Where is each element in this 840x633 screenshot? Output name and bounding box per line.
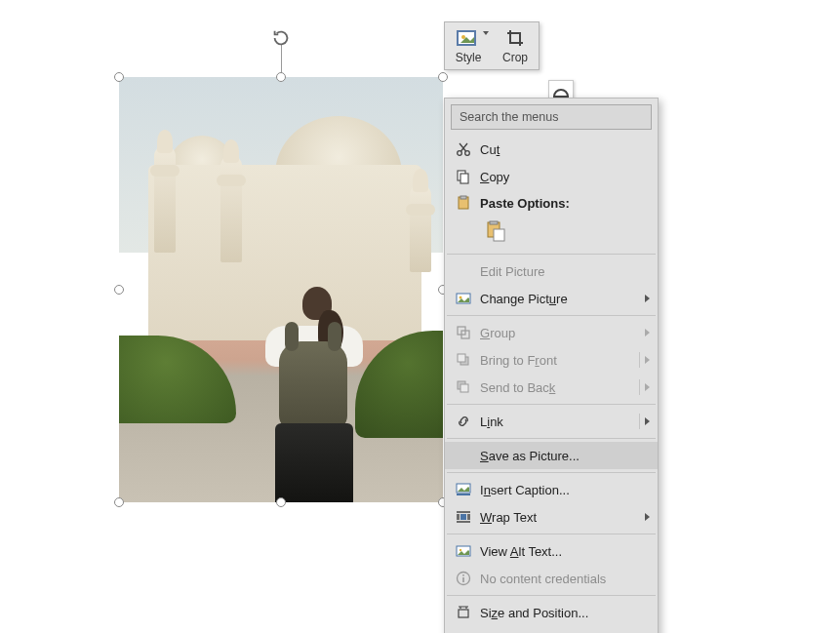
svg-rect-26	[462, 577, 464, 582]
resize-handle-bl[interactable]	[114, 497, 124, 507]
separator	[447, 595, 656, 596]
menu-group-label: Group	[474, 326, 650, 340]
svg-rect-17	[458, 354, 465, 362]
crop-label: Crop	[502, 51, 528, 64]
menu-format-picture[interactable]: Format Picture...	[445, 626, 658, 633]
svg-rect-11	[494, 229, 504, 241]
size-position-icon	[453, 605, 474, 620]
menu-link[interactable]: Link	[445, 408, 658, 435]
menu-group: Group	[445, 319, 658, 346]
resize-handle-t[interactable]	[276, 72, 286, 82]
menu-save-as-picture[interactable]: Save as Picture...	[445, 442, 658, 469]
resize-handle-b[interactable]	[276, 497, 286, 507]
menu-size-position-label: Size and Position...	[474, 606, 650, 620]
svg-point-3	[458, 151, 462, 156]
svg-rect-21	[457, 494, 470, 495]
style-label: Style	[456, 51, 482, 64]
change-picture-icon	[453, 291, 474, 306]
menu-wrap-text-label: Wrap Text	[474, 510, 650, 525]
menu-search-input[interactable]: Search the menus	[451, 104, 652, 130]
svg-rect-19	[460, 384, 468, 392]
cut-icon	[453, 141, 474, 157]
link-icon	[453, 414, 474, 429]
svg-point-1	[461, 35, 465, 39]
svg-rect-10	[490, 221, 498, 224]
menu-wrap-text[interactable]: Wrap Text	[445, 503, 658, 531]
menu-insert-caption-label: Insert Caption...	[474, 483, 650, 497]
insert-caption-icon	[453, 482, 474, 497]
submenu-arrow-icon	[645, 417, 650, 425]
menu-cut-label: Cut	[474, 142, 650, 157]
separator	[447, 404, 656, 405]
submenu-arrow-icon	[645, 356, 650, 364]
separator	[447, 315, 656, 316]
menu-save-as-picture-label: Save as Picture...	[474, 449, 650, 463]
separator	[447, 438, 656, 439]
menu-view-alt-text-label: View Alt Text...	[474, 544, 650, 559]
info-icon	[453, 571, 474, 586]
menu-insert-caption[interactable]: Insert Caption...	[445, 476, 658, 503]
bring-to-front-icon	[453, 352, 474, 368]
submenu-arrow-icon	[645, 513, 650, 521]
menu-no-credentials-label: No content credentials	[474, 572, 650, 586]
submenu-arrow-icon	[645, 383, 650, 391]
wrap-text-icon	[453, 509, 474, 525]
copy-icon	[453, 169, 474, 184]
menu-edit-picture-label: Edit Picture	[474, 264, 650, 279]
clipboard-icon	[453, 195, 474, 211]
rotate-handle[interactable]	[270, 27, 292, 49]
menu-change-picture[interactable]: Change Picture	[445, 285, 658, 312]
menu-link-label: Link	[474, 415, 650, 429]
menu-no-content-credentials: No content credentials	[445, 565, 658, 592]
menu-view-alt-text[interactable]: View Alt Text...	[445, 537, 658, 565]
crop-button[interactable]: Crop	[492, 22, 539, 69]
svg-rect-8	[460, 196, 466, 199]
menu-edit-picture: Edit Picture	[445, 257, 658, 285]
chevron-down-icon	[483, 31, 489, 35]
picture-mini-toolbar: Style Crop	[444, 21, 540, 70]
menu-bring-to-front: Bring to Front	[445, 346, 658, 374]
separator	[447, 472, 656, 473]
picture-context-menu: Search the menus Cut Copy Paste Options:	[444, 98, 659, 633]
svg-point-24	[460, 549, 461, 551]
paste-options-label: Paste Options:	[474, 196, 570, 211]
resize-handle-l[interactable]	[114, 285, 124, 295]
menu-copy[interactable]: Copy	[445, 163, 658, 190]
menu-send-to-back: Send to Back	[445, 374, 658, 401]
svg-rect-22	[460, 514, 466, 520]
picture-content	[119, 77, 443, 502]
menu-size-and-position[interactable]: Size and Position...	[445, 599, 658, 626]
svg-rect-28	[459, 610, 468, 617]
paste-options-row	[445, 216, 658, 251]
svg-rect-6	[460, 174, 468, 183]
svg-rect-27	[462, 574, 464, 576]
svg-point-4	[465, 151, 470, 156]
resize-handle-tl[interactable]	[114, 72, 124, 82]
picture-style-button[interactable]: Style	[445, 22, 492, 69]
menu-send-to-back-label: Send to Back	[474, 380, 650, 395]
menu-paste-options-header: Paste Options:	[445, 190, 658, 216]
alt-text-icon	[453, 543, 474, 559]
submenu-arrow-icon	[645, 329, 650, 336]
menu-cut[interactable]: Cut	[445, 136, 658, 163]
submenu-arrow-icon	[645, 295, 650, 302]
paste-keep-source-button[interactable]	[480, 216, 511, 247]
menu-change-picture-label: Change Picture	[474, 292, 650, 306]
separator	[447, 534, 656, 534]
send-to-back-icon	[453, 379, 474, 395]
group-icon	[453, 325, 474, 340]
menu-bring-to-front-label: Bring to Front	[474, 353, 650, 368]
menu-search-placeholder: Search the menus	[460, 110, 558, 124]
resize-handle-tr[interactable]	[438, 72, 448, 82]
menu-copy-label: Copy	[474, 170, 650, 184]
separator	[447, 254, 656, 255]
selected-picture[interactable]	[119, 77, 443, 502]
